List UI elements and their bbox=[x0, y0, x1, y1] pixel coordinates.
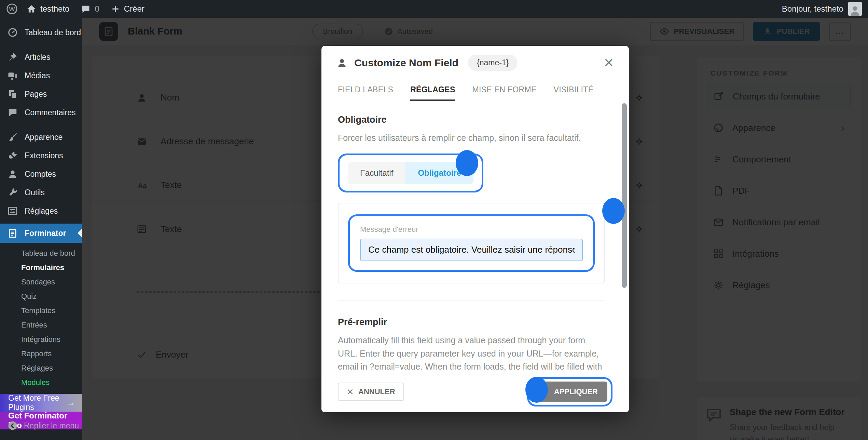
sidebar-item-label: Réglages bbox=[25, 206, 58, 216]
required-section-description: Forcer les utilisateurs à remplir ce cha… bbox=[338, 131, 605, 145]
sidebar-item-label: Apparence bbox=[25, 133, 63, 142]
submenu-item-rapports[interactable]: Rapports bbox=[0, 347, 82, 361]
error-message-label: Message d'erreur bbox=[360, 225, 583, 234]
field-id-badge: {name-1} bbox=[468, 55, 518, 71]
cancel-label: ANNULER bbox=[358, 387, 395, 396]
comments-count: 0 bbox=[95, 4, 99, 14]
sidebar-item-label: Commentaires bbox=[25, 108, 76, 117]
dashboard-icon bbox=[8, 27, 18, 38]
sidebar-item-forminator[interactable]: Forminator bbox=[0, 224, 82, 243]
pages-icon bbox=[8, 89, 18, 99]
required-section-heading: Obligatoire bbox=[338, 115, 605, 125]
media-icon bbox=[8, 70, 18, 81]
submenu-item-modules[interactable]: Modules bbox=[0, 375, 82, 390]
submenu-item-sondages[interactable]: Sondages bbox=[0, 275, 82, 289]
submenu-item-entrees[interactable]: Entrées bbox=[0, 318, 82, 332]
toggle-option-facultatif[interactable]: Facultatif bbox=[348, 162, 405, 184]
wp-admin-sidebar: Tableau de bord Articles Médias Pages Co… bbox=[0, 18, 82, 440]
screen: W testheto 0 Créer Bonjour, testheto Tab… bbox=[0, 0, 868, 440]
tab-reglages[interactable]: RÉGLAGES bbox=[410, 80, 455, 101]
sidebar-item-label: Outils bbox=[25, 188, 45, 197]
plugin-icon bbox=[8, 150, 18, 161]
modal-header: Customize Nom Field {name-1} ✕ bbox=[321, 46, 629, 80]
sidebar-item-label: Comptes bbox=[25, 170, 56, 179]
sidebar-item-apparence[interactable]: Apparence bbox=[0, 128, 82, 146]
submenu-item-formulaires[interactable]: Formulaires bbox=[0, 261, 82, 275]
customize-field-modal: Customize Nom Field {name-1} ✕ FIELD LAB… bbox=[321, 46, 629, 412]
new-label: Créer bbox=[124, 4, 144, 14]
submenu-item-tableau-de-bord[interactable]: Tableau de bord bbox=[0, 246, 82, 261]
sidebar-item-comptes[interactable]: Comptes bbox=[0, 165, 82, 183]
sidebar-item-label: Tableau de bord bbox=[25, 28, 81, 37]
sidebar-item-label: Extensions bbox=[25, 151, 63, 160]
submenu-item-quiz[interactable]: Quiz bbox=[0, 289, 82, 304]
sidebar-item-pages[interactable]: Pages bbox=[0, 85, 82, 103]
modal-footer: ANNULER APPLIQUER bbox=[321, 371, 629, 412]
tab-field-labels[interactable]: FIELD LABELS bbox=[338, 80, 393, 101]
annotation-ring-error-message: Message d'erreur bbox=[348, 214, 595, 272]
sidebar-item-reglages[interactable]: Réglages bbox=[0, 202, 82, 220]
wrench-icon bbox=[8, 187, 18, 198]
prefill-section-heading: Pré-remplir bbox=[338, 317, 605, 328]
collapse-menu-button[interactable]: Replier le menu bbox=[0, 417, 82, 434]
modal-title: Customize Nom Field bbox=[354, 57, 458, 69]
sidebar-item-dashboard[interactable]: Tableau de bord bbox=[0, 23, 82, 42]
cancel-button[interactable]: ANNULER bbox=[338, 383, 404, 401]
section-divider bbox=[338, 300, 605, 301]
collapse-arrow-icon bbox=[8, 421, 18, 431]
tab-mise-en-forme[interactable]: MISE EN FORME bbox=[472, 80, 537, 101]
avatar bbox=[848, 2, 862, 16]
modal-scrollbar[interactable] bbox=[620, 102, 629, 371]
sidebar-item-label: Articles bbox=[25, 53, 50, 62]
annotation-dot-toggle bbox=[456, 150, 478, 176]
site-name: testheto bbox=[40, 4, 69, 14]
prefill-description-text: Automatically fill this field using a va… bbox=[338, 335, 602, 371]
submenu-item-reglages[interactable]: Réglages bbox=[0, 361, 82, 375]
plus-icon bbox=[111, 4, 120, 13]
site-menu[interactable]: testheto bbox=[27, 4, 69, 14]
error-message-input[interactable] bbox=[360, 239, 583, 261]
promo-free-label: Get More Free Plugins bbox=[8, 394, 67, 412]
clipboard-icon bbox=[8, 228, 18, 238]
new-content-menu[interactable]: Créer bbox=[111, 4, 144, 14]
sidebar-item-label: Forminator bbox=[25, 229, 66, 238]
pin-icon bbox=[8, 52, 18, 62]
annotation-dot-apply bbox=[525, 377, 548, 403]
x-icon bbox=[347, 388, 354, 395]
sidebar-item-extensions[interactable]: Extensions bbox=[0, 146, 82, 165]
sidebar-item-label: Pages bbox=[25, 90, 47, 99]
error-message-card: Message d'erreur bbox=[338, 203, 605, 283]
get-more-free-plugins-banner[interactable]: Get More Free Plugins → bbox=[0, 394, 82, 412]
required-toggle-group: Facultatif Obligatoire bbox=[348, 162, 473, 184]
account-menu[interactable]: Bonjour, testheto bbox=[782, 2, 862, 16]
sidebar-item-articles[interactable]: Articles bbox=[0, 48, 82, 66]
scrollbar-thumb[interactable] bbox=[622, 103, 627, 288]
sidebar-item-medias[interactable]: Médias bbox=[0, 66, 82, 85]
close-icon[interactable]: ✕ bbox=[604, 57, 614, 69]
comments-icon bbox=[8, 107, 18, 118]
user-icon bbox=[336, 57, 347, 68]
svg-text:W: W bbox=[9, 5, 15, 13]
brush-icon bbox=[8, 132, 18, 142]
admin-bar: W testheto 0 Créer Bonjour, testheto bbox=[0, 0, 868, 18]
wordpress-logo-icon[interactable]: W bbox=[6, 3, 18, 15]
submenu-item-templates[interactable]: Templates bbox=[0, 304, 82, 318]
comment-bubble-icon bbox=[81, 4, 91, 14]
annotation-dot-error-message bbox=[602, 198, 625, 224]
home-icon bbox=[27, 4, 36, 14]
comments-menu[interactable]: 0 bbox=[81, 4, 99, 14]
sidebar-item-commentaires[interactable]: Commentaires bbox=[0, 103, 82, 122]
forminator-submenu: Tableau de bord Formulaires Sondages Qui… bbox=[0, 243, 82, 394]
sliders-icon bbox=[8, 206, 18, 216]
user-icon bbox=[8, 169, 18, 179]
apply-label: APPLIQUER bbox=[554, 387, 598, 396]
arrow-right-icon: → bbox=[67, 398, 75, 408]
sidebar-item-outils[interactable]: Outils bbox=[0, 183, 82, 202]
modal-tabs: FIELD LABELS RÉGLAGES MISE EN FORME VISI… bbox=[321, 80, 629, 101]
prefill-section-description: Automatically fill this field using a va… bbox=[338, 334, 605, 371]
tab-visibilite[interactable]: VISIBILITÉ bbox=[554, 80, 594, 101]
sidebar-item-label: Médias bbox=[25, 71, 50, 80]
submenu-item-integrations[interactable]: Intégrations bbox=[0, 332, 82, 347]
modal-body: Obligatoire Forcer les utilisateurs à re… bbox=[321, 102, 620, 371]
collapse-label: Replier le menu bbox=[24, 421, 79, 430]
